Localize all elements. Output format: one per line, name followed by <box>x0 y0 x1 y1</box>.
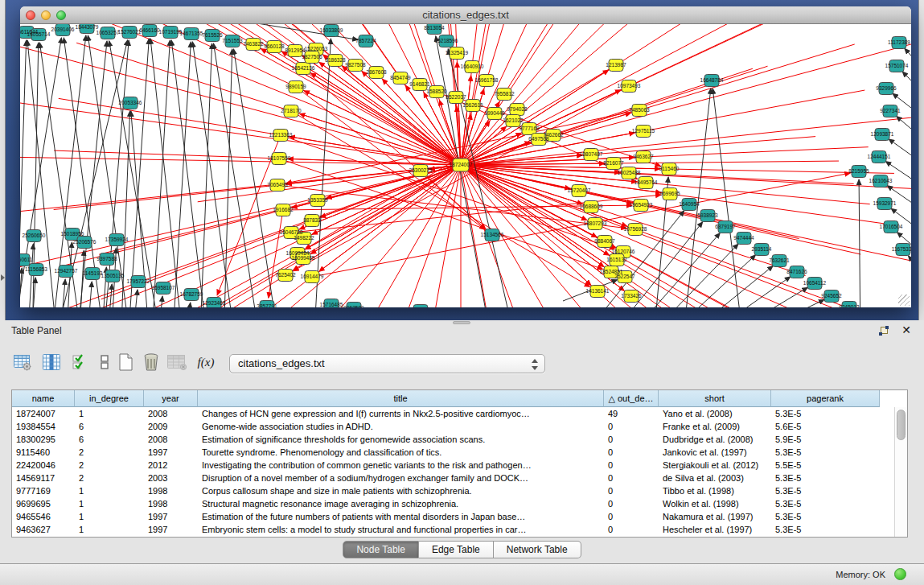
cell-name[interactable]: 22420046 <box>12 459 75 472</box>
table-row[interactable]: 1872400712008Changes of HCN gene express… <box>12 407 894 420</box>
cell-pagerank[interactable]: 5.3E-5 <box>771 446 880 459</box>
function-builder-icon[interactable]: f(x) <box>195 351 217 373</box>
cell-pagerank[interactable]: 5.6E-5 <box>771 420 880 433</box>
cell-name[interactable]: 19384554 <box>12 420 75 433</box>
column-header-title[interactable]: title <box>198 390 604 407</box>
column-header-name[interactable]: name <box>12 390 75 407</box>
cell-name[interactable]: 9465546 <box>12 510 75 523</box>
cell-in_degree[interactable]: 1 <box>75 484 144 497</box>
cell-year[interactable]: 1997 <box>144 510 198 523</box>
cell-out_de[interactable]: 0 <box>604 510 659 523</box>
cell-in_degree[interactable]: 1 <box>75 497 144 510</box>
row-select-icon[interactable] <box>69 351 92 373</box>
cell-title[interactable]: Corpus callosum shape and size in male p… <box>198 484 604 497</box>
cell-title[interactable]: Structural magnetic resonance image aver… <box>198 497 604 510</box>
cell-title[interactable]: Tourette syndrome. Phenomenology and cla… <box>198 446 604 459</box>
cell-in_degree[interactable]: 1 <box>75 407 144 420</box>
column-header-year[interactable]: year <box>144 390 198 407</box>
cell-short[interactable]: Wolkin et al. (1998) <box>659 497 771 510</box>
cell-year[interactable]: 1997 <box>144 446 198 459</box>
cell-title[interactable]: Estimation of significance thresholds fo… <box>198 433 604 446</box>
cell-year[interactable]: 2008 <box>144 433 198 446</box>
table-settings-icon[interactable] <box>11 351 34 373</box>
network-graph[interactable]: 1661164414055714203914061844307910653257… <box>20 24 911 307</box>
cell-title[interactable]: Disruption of a novel member of a sodium… <box>198 472 604 484</box>
cell-out_de[interactable]: 0 <box>604 472 659 484</box>
memory-status-icon[interactable] <box>894 568 906 580</box>
cell-out_de[interactable]: 0 <box>604 523 659 536</box>
cell-pagerank[interactable]: 5.3E-5 <box>771 510 880 523</box>
cell-out_de[interactable]: 49 <box>604 407 659 420</box>
cell-in_degree[interactable]: 6 <box>75 420 144 433</box>
row-height-icon[interactable] <box>93 351 116 373</box>
table-row[interactable]: 911546021997Tourette syndrome. Phenomeno… <box>12 446 894 459</box>
cell-name[interactable]: 9115460 <box>12 446 75 459</box>
cell-pagerank[interactable]: 5.3E-5 <box>771 497 880 510</box>
close-panel-icon[interactable]: ✕ <box>901 323 911 336</box>
cell-short[interactable]: Stergiakouli et al. (2012) <box>659 459 771 472</box>
table-selector[interactable]: citations_edges.txt <box>229 354 545 373</box>
table-row[interactable]: 946554611997Estimation of the future num… <box>12 510 894 523</box>
cell-short[interactable]: Yano et al. (2008) <box>659 407 771 420</box>
table-scrollbar[interactable] <box>894 407 907 537</box>
cell-short[interactable]: Hescheler et al. (1997) <box>659 523 771 536</box>
cell-short[interactable]: Franke et al. (2009) <box>659 420 771 433</box>
cell-title[interactable]: Investigating the contribution of common… <box>198 459 604 472</box>
cell-in_degree[interactable]: 1 <box>75 523 144 536</box>
cell-short[interactable]: de Silva et al. (2003) <box>659 472 771 484</box>
cell-name[interactable]: 18300295 <box>12 433 75 446</box>
cell-in_degree[interactable]: 1 <box>75 510 144 523</box>
table-scrollbar-thumb[interactable] <box>897 410 906 440</box>
cell-out_de[interactable]: 0 <box>604 420 659 433</box>
column-header-in_degree[interactable]: in_degree <box>75 390 144 407</box>
cell-pagerank[interactable]: 5.3E-5 <box>771 523 880 536</box>
cell-name[interactable]: 9463627 <box>12 523 75 536</box>
table-row[interactable]: 969969511998Structural magnetic resonanc… <box>12 497 894 510</box>
resize-grip[interactable] <box>898 295 910 306</box>
cell-pagerank[interactable]: 5.3E-5 <box>771 407 880 420</box>
cell-title[interactable]: Changes of HCN gene expression and I(f) … <box>198 407 604 420</box>
table-row[interactable]: 1456911722003Disruption of a novel membe… <box>12 472 894 484</box>
float-panel-icon[interactable] <box>879 327 889 336</box>
cell-pagerank[interactable]: 5.3E-5 <box>771 484 880 497</box>
table-row[interactable]: 1938455462009Genome-wide association stu… <box>12 420 894 433</box>
cell-pagerank[interactable]: 5.9E-5 <box>771 433 880 446</box>
cell-short[interactable]: Jankovic et al. (1997) <box>659 446 771 459</box>
cell-name[interactable]: 14569117 <box>12 472 75 484</box>
cell-pagerank[interactable]: 5.5E-5 <box>771 459 880 472</box>
cell-name[interactable]: 9777169 <box>12 484 75 497</box>
cell-short[interactable]: Nakamura et al. (1997) <box>659 510 771 523</box>
table-row[interactable]: 977716911998Corpus callosum shape and si… <box>12 484 894 497</box>
cell-out_de[interactable]: 0 <box>604 484 659 497</box>
cell-name[interactable]: 9699695 <box>12 497 75 510</box>
cell-year[interactable]: 1998 <box>144 497 198 510</box>
cell-title[interactable]: Estimation of the future numbers of pati… <box>198 510 604 523</box>
cell-pagerank[interactable]: 5.3E-5 <box>771 472 880 484</box>
delete-table-icon[interactable] <box>140 351 162 373</box>
panel-collapse-arrow-icon[interactable] <box>1 274 5 281</box>
cell-short[interactable]: Tibbo et al. (1998) <box>659 484 771 497</box>
cell-year[interactable]: 1998 <box>144 484 198 497</box>
cell-year[interactable]: 2008 <box>144 407 198 420</box>
cell-out_de[interactable]: 0 <box>604 433 659 446</box>
column-header-out_de[interactable]: △ out_de… <box>604 390 659 407</box>
cell-out_de[interactable]: 0 <box>604 446 659 459</box>
cell-year[interactable]: 1997 <box>144 523 198 536</box>
column-edit-icon[interactable] <box>40 351 63 373</box>
cell-in_degree[interactable]: 2 <box>75 446 144 459</box>
cell-in_degree[interactable]: 2 <box>75 459 144 472</box>
cell-in_degree[interactable]: 2 <box>75 472 144 484</box>
cell-short[interactable]: Dudbridge et al. (2008) <box>659 433 771 446</box>
tab-edge-table[interactable]: Edge Table <box>419 541 494 558</box>
cell-year[interactable]: 2012 <box>144 459 198 472</box>
cell-out_de[interactable]: 0 <box>604 497 659 510</box>
table-row[interactable]: 1830029562008Estimation of significance … <box>12 433 894 446</box>
cell-out_de[interactable]: 0 <box>604 459 659 472</box>
table-row[interactable]: 2242004622012Investigating the contribut… <box>12 459 894 472</box>
column-header-pagerank[interactable]: pagerank <box>771 390 880 407</box>
cell-title[interactable]: Genome-wide association studies in ADHD. <box>198 420 604 433</box>
new-table-icon[interactable] <box>114 351 137 373</box>
cell-in_degree[interactable]: 6 <box>75 433 144 446</box>
column-header-short[interactable]: short <box>659 390 771 407</box>
cell-title[interactable]: Embryonic stem cells: a model to study s… <box>198 523 604 536</box>
